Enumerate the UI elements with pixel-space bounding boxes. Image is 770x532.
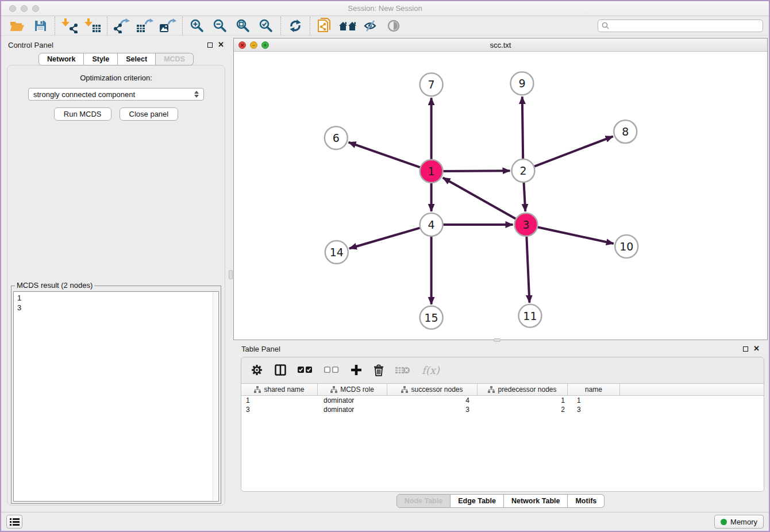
graph-edge-2-8[interactable] — [523, 136, 613, 171]
tab-select[interactable]: Select — [118, 53, 156, 65]
table-cell[interactable]: 1 — [241, 396, 318, 405]
memory-status-icon — [721, 519, 727, 525]
tab-network-table[interactable]: Network Table — [504, 494, 568, 508]
tab-edge-table[interactable]: Edge Table — [451, 494, 504, 508]
toolbar-separator — [107, 17, 107, 35]
table-tabs: Node TableEdge TableNetwork TableMotifs — [233, 494, 768, 508]
tab-style[interactable]: Style — [84, 53, 118, 65]
column-header-shared-name[interactable]: shared name — [241, 384, 318, 395]
export-image-icon — [159, 18, 176, 33]
network-minimize-icon[interactable]: − — [250, 41, 257, 49]
table-cell[interactable]: dominator — [318, 405, 387, 414]
zoom-selected-icon — [259, 18, 274, 33]
home-button[interactable] — [336, 17, 359, 34]
column-header-successor-nodes[interactable]: successor nodes — [387, 384, 478, 395]
main-toolbar — [1, 16, 769, 36]
graph-node-label-10: 10 — [619, 240, 633, 253]
hierarchy-icon — [330, 386, 337, 393]
split-panel-button[interactable] — [275, 364, 286, 376]
toolbar-separator — [55, 17, 55, 35]
zoom-fit-button[interactable] — [232, 17, 255, 34]
home-icon — [338, 20, 357, 32]
tab-motifs[interactable]: Motifs — [568, 494, 605, 508]
clone-network-button[interactable] — [313, 17, 336, 34]
table-cell[interactable]: 3 — [241, 405, 318, 414]
deselect-all-button[interactable] — [324, 367, 339, 373]
close-panel-icon[interactable]: ✕ — [218, 42, 224, 48]
open-folder-icon — [10, 20, 25, 32]
graph-edge-1-6[interactable] — [348, 142, 431, 171]
task-history-button[interactable] — [6, 515, 22, 529]
graph-edge-4-14[interactable] — [349, 225, 432, 249]
zoom-out-button[interactable] — [209, 17, 232, 34]
network-maximize-icon[interactable]: + — [261, 41, 269, 49]
delete-column-button[interactable] — [374, 364, 384, 376]
node-table: shared nameMCDS rolesuccessor nodesprede… — [241, 383, 764, 491]
mcds-result-box: MCDS result (2 nodes) 13 — [11, 286, 221, 504]
zoom-out-icon — [213, 18, 228, 33]
save-session-button[interactable] — [29, 17, 52, 34]
show-all-button[interactable] — [382, 17, 405, 34]
close-table-panel-icon[interactable]: ✕ — [753, 346, 760, 352]
table-cell[interactable]: 1 — [568, 396, 620, 405]
graph-edge-3-10[interactable] — [526, 225, 613, 244]
table-cell[interactable]: 2 — [478, 405, 568, 414]
zoom-in-button[interactable] — [186, 17, 209, 34]
close-panel-button[interactable]: Close panel — [120, 107, 179, 121]
hide-selected-button[interactable] — [359, 17, 382, 34]
mcds-panel: Optimization criterion: strongly connect… — [7, 65, 225, 506]
table-settings-button[interactable] — [251, 364, 263, 376]
network-graph[interactable]: 7968124314101511 — [234, 52, 767, 340]
export-image-button[interactable] — [156, 17, 179, 34]
table-cell[interactable]: 3 — [568, 405, 620, 414]
tab-network[interactable]: Network — [38, 53, 84, 65]
criterion-value: strongly connected component — [33, 90, 135, 99]
criterion-dropdown[interactable]: strongly connected component — [28, 88, 204, 101]
graph-node-label-15: 15 — [425, 311, 438, 324]
table-cell[interactable]: 1 — [478, 396, 568, 405]
import-table-button[interactable] — [81, 17, 104, 34]
import-network-button[interactable] — [58, 17, 81, 34]
memory-button[interactable]: Memory — [714, 515, 764, 529]
tab-mcds[interactable]: MCDS — [156, 53, 194, 65]
table-panel: Table Panel ✕ — [233, 342, 768, 511]
refresh-icon — [288, 19, 302, 33]
table-row[interactable]: 1dominator411 — [241, 396, 764, 405]
search-field[interactable] — [598, 20, 763, 32]
zoom-in-icon — [190, 18, 205, 33]
open-session-button[interactable] — [6, 17, 29, 34]
search-input[interactable] — [611, 21, 759, 30]
toolbar-separator — [280, 17, 281, 35]
run-mcds-button[interactable]: Run MCDS — [54, 107, 111, 121]
column-header-predecessor-nodes[interactable]: predecessor nodes — [478, 384, 568, 395]
column-header-name[interactable]: name — [568, 384, 620, 395]
control-panel-title: Control Panel — [8, 41, 53, 49]
table-row[interactable]: 3dominator323 — [241, 405, 764, 414]
delete-table-icon — [395, 365, 410, 375]
result-scrollbar[interactable] — [213, 292, 218, 500]
vertical-splitter[interactable] — [229, 270, 233, 279]
graph-node-label-1: 1 — [428, 165, 435, 178]
graph-node-label-11: 11 — [523, 310, 537, 322]
hierarchy-icon — [401, 386, 408, 393]
table-container: f(x) shared nameMCDS rolesuccessor nodes… — [241, 357, 764, 492]
float-panel-icon[interactable] — [207, 43, 213, 48]
column-header-MCDS-role[interactable]: MCDS role — [318, 384, 387, 395]
function-builder-button-disabled: f(x) — [422, 364, 440, 376]
tab-node-table[interactable]: Node Table — [396, 494, 451, 508]
table-cell[interactable]: 3 — [387, 405, 478, 414]
export-table-button[interactable] — [133, 17, 156, 34]
select-all-button[interactable] — [298, 367, 313, 373]
graph-edge-3-1[interactable] — [443, 178, 526, 225]
plus-icon — [351, 364, 362, 376]
network-close-icon[interactable]: ✕ — [238, 41, 246, 49]
zoom-selected-button[interactable] — [255, 17, 278, 34]
export-network-button[interactable] — [110, 17, 133, 34]
table-cell[interactable]: 4 — [387, 396, 478, 405]
add-column-button[interactable] — [351, 364, 362, 376]
table-cell[interactable]: dominator — [318, 396, 387, 405]
refresh-button[interactable] — [284, 17, 307, 34]
mcds-result-list[interactable]: 13 — [13, 291, 219, 502]
float-table-panel-icon[interactable] — [743, 346, 748, 352]
column-header-label: successor nodes — [411, 385, 463, 394]
